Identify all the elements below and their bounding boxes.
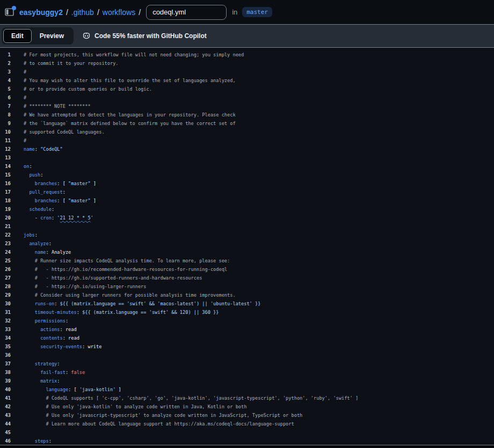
line-number[interactable]: 46 <box>0 437 11 445</box>
code-line[interactable]: 7# ******** NOTE ******** <box>0 102 494 111</box>
line-number[interactable]: 2 <box>0 59 11 68</box>
code-line[interactable]: 4# You may wish to alter this file to ov… <box>0 76 494 85</box>
code-line[interactable]: 24 name: Analyze <box>0 248 494 256</box>
copilot-banner-link[interactable]: Code 55% faster with GitHub Copilot <box>82 32 207 40</box>
sidebar-toggle-button[interactable] <box>2 5 16 19</box>
code-line[interactable]: 31 timeout-minutes: ${{ (matrix.language… <box>0 308 494 317</box>
line-number[interactable]: 3 <box>0 68 11 76</box>
line-number[interactable]: 31 <box>0 308 11 317</box>
line-number[interactable]: 15 <box>0 171 11 179</box>
line-number[interactable]: 39 <box>0 377 11 385</box>
code-line[interactable]: 5# or to provide custom queries or build… <box>0 85 494 93</box>
line-number[interactable]: 1 <box>0 50 11 59</box>
line-number[interactable]: 24 <box>0 248 11 256</box>
code-line[interactable]: 19 schedule: <box>0 205 494 214</box>
line-number[interactable]: 41 <box>0 394 11 402</box>
line-number[interactable]: 43 <box>0 411 11 420</box>
code-line[interactable]: 8# We have attempted to detect the langu… <box>0 111 494 119</box>
code-line[interactable]: 46 steps: <box>0 437 494 445</box>
code-line[interactable]: 17 pull_request: <box>0 188 494 196</box>
code-line[interactable]: 42 # Use only 'java-kotlin' to analyze c… <box>0 402 494 411</box>
code-line[interactable]: 25 # Runner size impacts CodeQL analysis… <box>0 256 494 265</box>
line-number[interactable]: 25 <box>0 256 11 265</box>
line-number[interactable]: 5 <box>0 85 11 93</box>
code-line[interactable]: 41 # CodeQL supports [ 'c-cpp', 'csharp'… <box>0 394 494 402</box>
line-number[interactable]: 17 <box>0 188 11 196</box>
filename-input[interactable] <box>146 5 227 20</box>
breadcrumb-dir-github[interactable]: .github <box>71 8 94 17</box>
code-line[interactable]: 45 <box>0 428 494 437</box>
code-line[interactable]: 21 <box>0 222 494 231</box>
code-line[interactable]: 30 runs-on: ${{ (matrix.language == 'swi… <box>0 299 494 308</box>
code-line[interactable]: 18 branches: [ "master" ] <box>0 196 494 205</box>
code-line[interactable]: 27 # - https://gh.io/supported-runners-a… <box>0 274 494 282</box>
branch-badge[interactable]: master <box>242 7 272 17</box>
tab-edit[interactable]: Edit <box>3 29 32 43</box>
line-number[interactable]: 6 <box>0 93 11 102</box>
code-line[interactable]: 33 actions: read <box>0 325 494 334</box>
line-number[interactable]: 10 <box>0 128 11 136</box>
code-line[interactable]: 3# <box>0 68 494 76</box>
code-line[interactable]: 1# For most projects, this workflow file… <box>0 50 494 59</box>
line-number[interactable]: 28 <box>0 282 11 291</box>
tab-preview[interactable]: Preview <box>32 29 72 43</box>
code-line[interactable]: 36 <box>0 351 494 359</box>
code-line[interactable]: 34 contents: read <box>0 334 494 342</box>
line-number[interactable]: 13 <box>0 153 11 162</box>
line-number[interactable]: 38 <box>0 368 11 377</box>
line-number[interactable]: 19 <box>0 205 11 214</box>
line-number[interactable]: 21 <box>0 222 11 231</box>
line-number[interactable]: 37 <box>0 359 11 368</box>
line-number[interactable]: 23 <box>0 239 11 248</box>
line-number[interactable]: 35 <box>0 342 11 351</box>
line-number[interactable]: 42 <box>0 402 11 411</box>
code-line[interactable]: 38 fail-fast: false <box>0 368 494 377</box>
line-number[interactable]: 40 <box>0 385 11 394</box>
line-number[interactable]: 26 <box>0 265 11 274</box>
line-number[interactable]: 20 <box>0 214 11 222</box>
line-number[interactable]: 11 <box>0 136 11 145</box>
code-line[interactable]: 44 # Learn more about CodeQL language su… <box>0 420 494 428</box>
line-number[interactable]: 7 <box>0 102 11 111</box>
code-line[interactable]: 22jobs: <box>0 231 494 239</box>
line-number[interactable]: 12 <box>0 145 11 153</box>
line-number[interactable]: 18 <box>0 196 11 205</box>
code-line[interactable]: 28 # - https://gh.io/using-larger-runner… <box>0 282 494 291</box>
code-line[interactable]: 14on: <box>0 162 494 171</box>
code-line[interactable]: 39 matrix: <box>0 377 494 385</box>
code-line[interactable]: 9# the `language` matrix defined below t… <box>0 119 494 128</box>
line-number[interactable]: 45 <box>0 428 11 437</box>
line-number[interactable]: 33 <box>0 325 11 334</box>
code-line[interactable]: 23 analyze: <box>0 239 494 248</box>
breadcrumb-repo-link[interactable]: easybuggy2 <box>19 8 63 17</box>
code-line[interactable]: 16 branches: [ "master" ] <box>0 179 494 188</box>
line-number[interactable]: 4 <box>0 76 11 85</box>
line-number[interactable]: 44 <box>0 420 11 428</box>
code-line[interactable]: 26 # - https://gh.io/recommended-hardwar… <box>0 265 494 274</box>
code-line[interactable]: 40 language: [ 'java-kotlin' ] <box>0 385 494 394</box>
code-line[interactable]: 35 security-events: write <box>0 342 494 351</box>
code-line[interactable]: 20 - cron: '21 12 * * 5' <box>0 214 494 222</box>
code-line[interactable]: 2# to commit it to your repository. <box>0 59 494 68</box>
line-number[interactable]: 32 <box>0 317 11 325</box>
line-number[interactable]: 9 <box>0 119 11 128</box>
code-line[interactable]: 37 strategy: <box>0 359 494 368</box>
line-number[interactable]: 16 <box>0 179 11 188</box>
breadcrumb-dir-workflows[interactable]: workflows <box>103 8 135 17</box>
line-number[interactable]: 34 <box>0 334 11 342</box>
code-line[interactable]: 15 push: <box>0 171 494 179</box>
code-line[interactable]: 32 permissions: <box>0 317 494 325</box>
line-number[interactable]: 14 <box>0 162 11 171</box>
line-number[interactable]: 36 <box>0 351 11 359</box>
code-line[interactable]: 43 # Use only 'javascript-typescript' to… <box>0 411 494 420</box>
code-line[interactable]: 29 # Consider using larger runners for p… <box>0 291 494 299</box>
code-line[interactable]: 6# <box>0 93 494 102</box>
code-line[interactable]: 11# <box>0 136 494 145</box>
code-line[interactable]: 10# supported CodeQL languages. <box>0 128 494 136</box>
line-number[interactable]: 22 <box>0 231 11 239</box>
code-line[interactable]: 12name: "CodeQL" <box>0 145 494 153</box>
line-number[interactable]: 8 <box>0 111 11 119</box>
line-number[interactable]: 30 <box>0 299 11 308</box>
line-number[interactable]: 29 <box>0 291 11 299</box>
line-number[interactable]: 27 <box>0 274 11 282</box>
